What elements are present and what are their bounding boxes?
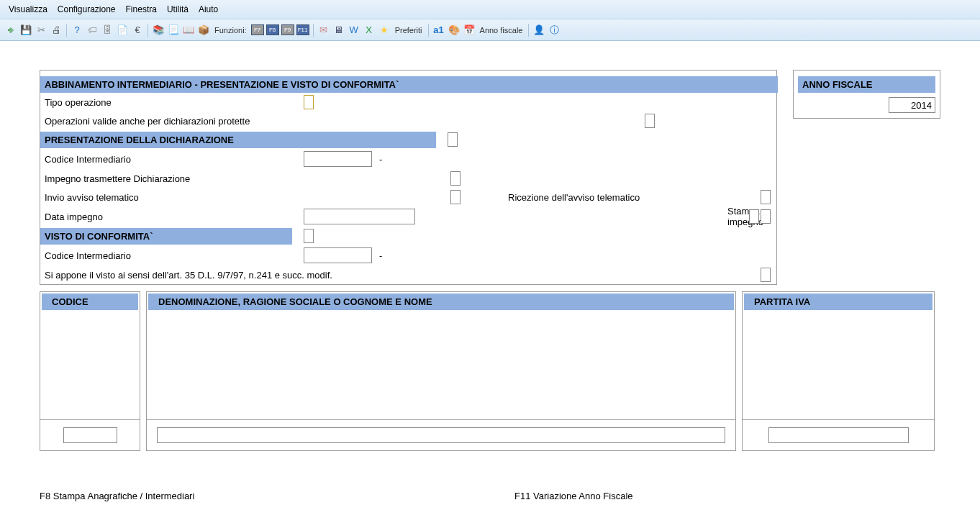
input-presentazione-check[interactable] — [448, 132, 458, 147]
dash-2: - — [379, 250, 382, 261]
input-invio-avviso[interactable] — [450, 190, 460, 204]
grid-body-piva — [743, 311, 934, 419]
header-presentazione: PRESENTAZIONE DELLA DICHIARAZIONE — [40, 132, 436, 148]
toolbar-anno-label: Anno fiscale — [478, 26, 525, 35]
input-codice-int-2[interactable] — [304, 247, 372, 263]
label-codice-int-2: Codice Intermediario — [45, 250, 304, 261]
input-visto-check[interactable] — [304, 229, 314, 243]
a1-icon[interactable]: a1 — [432, 24, 445, 37]
user-icon[interactable]: 👤 — [532, 24, 545, 37]
cut-icon[interactable]: ✂ — [35, 24, 47, 37]
toolbar-funzioni-label: Funzioni: — [212, 26, 249, 35]
hint-f8: F8 Stampa Anagrafiche / Intermediari — [40, 491, 514, 501]
label-impegno: Impegno trasmettere Dichiarazione — [45, 173, 304, 184]
f11-button[interactable]: F11 — [296, 24, 309, 35]
label-op-valide: Operazioni valide anche per dichiarazion… — [45, 116, 304, 127]
header-visto: VISTO DI CONFORMITA` — [40, 228, 292, 245]
menu-utilita[interactable]: Utilità — [163, 3, 193, 16]
input-codice-int-1[interactable] — [304, 151, 372, 167]
input-stampa-2[interactable] — [761, 209, 771, 224]
grid-body-codice — [40, 311, 140, 419]
info-icon[interactable]: ⓘ — [548, 24, 561, 37]
star-icon[interactable]: ★ — [378, 24, 391, 37]
grid-header-piva: PARTITA IVA — [744, 294, 933, 310]
grid-input-denom[interactable] — [157, 427, 725, 443]
label-data-impegno: Data impegno — [45, 211, 304, 222]
menu-configurazione[interactable]: Configurazione — [53, 3, 120, 16]
grid-input-piva[interactable] — [768, 427, 909, 443]
label-ricezione: Ricezione dell'avviso telematico — [508, 192, 640, 203]
input-op-valide[interactable] — [645, 114, 655, 128]
grid-header-codice: CODICE — [42, 294, 138, 310]
tag-icon[interactable]: 🏷 — [86, 24, 99, 37]
menu-aiuto[interactable]: Aiuto — [194, 3, 222, 16]
save-icon[interactable]: 💾 — [19, 24, 32, 37]
dash-1: - — [379, 154, 382, 165]
hint-f11: F11 Variazione Anno Fiscale — [514, 491, 633, 501]
input-ricezione[interactable] — [761, 190, 771, 204]
stack-icon[interactable]: 📚 — [152, 24, 165, 37]
grid-col-piva: PARTITA IVA — [742, 291, 935, 451]
input-tipo-operazione[interactable] — [304, 95, 314, 109]
toolbar: ⎆ 💾 ✂ 🖨 ? 🏷 🗄 📄 € 📚 📃 📖 📦 Funzioni: F7 F… — [0, 19, 980, 41]
screen-icon[interactable]: 🖥 — [332, 24, 345, 37]
input-impegno[interactable] — [450, 171, 460, 186]
word-icon[interactable]: W — [348, 24, 360, 37]
f8-button[interactable]: F8 — [266, 24, 279, 35]
label-invio-avviso: Invio avviso telematico — [45, 192, 304, 203]
print-icon[interactable]: 🖨 — [50, 24, 63, 37]
header-abbinamento: ABBINAMENTO INTERMEDIARIO - PRESENTAZION… — [40, 76, 778, 93]
f7-button[interactable]: F7 — [251, 24, 264, 35]
main-panel: ABBINAMENTO INTERMEDIARIO - PRESENTAZION… — [40, 70, 777, 285]
grid-body-denom — [147, 311, 735, 419]
anno-fiscale-panel: ANNO FISCALE — [793, 70, 940, 119]
palette-icon[interactable]: 🎨 — [448, 24, 460, 37]
page-icon[interactable]: 📃 — [167, 24, 180, 37]
grid-col-codice: CODICE — [40, 291, 140, 451]
label-tipo-operazione: Tipo operazione — [45, 97, 304, 108]
input-data-impegno[interactable] — [304, 209, 415, 224]
hint-bar: F8 Stampa Anagrafiche / Intermediari F11… — [40, 451, 940, 501]
input-stampa-1[interactable] — [749, 209, 759, 224]
box-icon[interactable]: 📦 — [197, 24, 210, 37]
grid-input-codice[interactable] — [63, 427, 117, 443]
toolbar-preferiti-label: Preferiti — [393, 26, 425, 35]
help-icon[interactable]: ? — [71, 24, 83, 37]
doc-icon[interactable]: 📄 — [116, 24, 129, 37]
excel-icon[interactable]: X — [363, 24, 376, 37]
exit-icon[interactable]: ⎆ — [4, 24, 17, 37]
euro-icon[interactable]: € — [131, 24, 144, 37]
f9-button[interactable]: F9 — [281, 24, 294, 35]
grid-col-denom: DENOMINAZIONE, RAGIONE SOCIALE O COGNOME… — [146, 291, 736, 451]
book-icon[interactable]: 📖 — [182, 24, 195, 37]
menu-visualizza[interactable]: Visualizza — [4, 3, 52, 16]
grid: CODICE DENOMINAZIONE, RAGIONE SOCIALE O … — [40, 285, 940, 451]
menu-bar: Visualizza Configurazione Finestra Utili… — [0, 0, 980, 19]
input-visto-appone[interactable] — [761, 268, 771, 282]
menu-finestra[interactable]: Finestra — [122, 3, 161, 16]
mail-icon[interactable]: ✉ — [317, 24, 330, 37]
label-codice-int-1: Codice Intermediario — [45, 154, 304, 165]
db-icon[interactable]: 🗄 — [101, 24, 114, 37]
grid-header-denom: DENOMINAZIONE, RAGIONE SOCIALE O COGNOME… — [148, 294, 734, 310]
input-anno-fiscale[interactable] — [889, 97, 935, 113]
calendar-icon[interactable]: 📅 — [463, 24, 476, 37]
header-anno: ANNO FISCALE — [798, 76, 935, 93]
label-visto-text: Si appone il visto ai sensi dell'art. 35… — [45, 270, 332, 281]
